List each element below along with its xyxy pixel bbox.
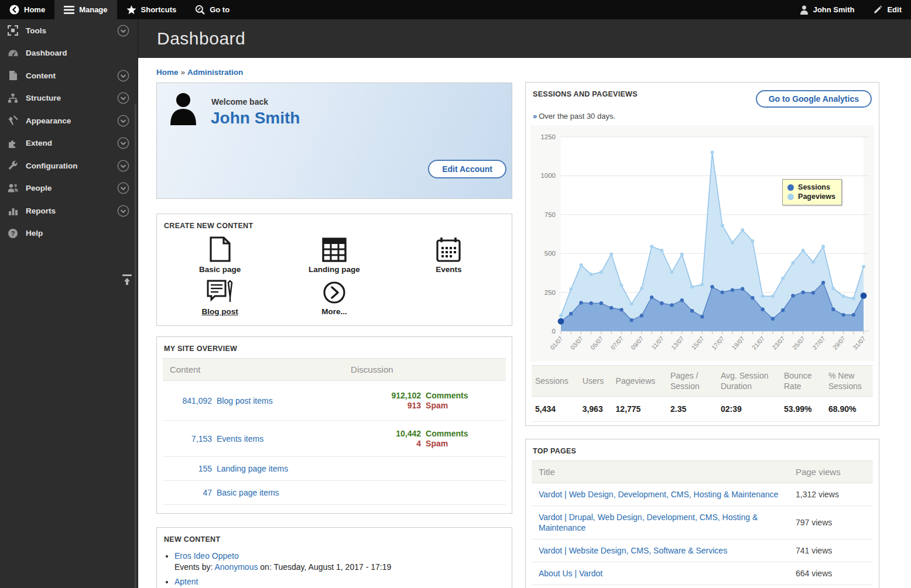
new-content-title-link[interactable]: Aptent bbox=[174, 577, 198, 586]
create-item-label: More... bbox=[321, 307, 347, 316]
content-type-link[interactable]: Blog post items bbox=[217, 396, 273, 405]
sessions-pageviews-panel: SESSIONS AND PAGEVIEWS Go to Google Anal… bbox=[525, 82, 879, 426]
toolbar-shortcuts[interactable]: Shortcuts bbox=[117, 0, 186, 19]
sidebar-item-reports[interactable]: Reports bbox=[0, 200, 138, 222]
chevron-down-icon[interactable] bbox=[117, 182, 129, 194]
sidebar-item-help[interactable]: ? Help bbox=[0, 222, 138, 245]
collapse-tray-icon[interactable] bbox=[121, 273, 133, 287]
hamburger-icon bbox=[64, 6, 74, 14]
breadcrumb-home-link[interactable]: Home bbox=[156, 68, 179, 77]
table-row: 7,153 Events items 10,442Comments 4Spam bbox=[163, 421, 506, 457]
svg-text:01/07: 01/07 bbox=[549, 335, 564, 351]
edit-account-button[interactable]: Edit Account bbox=[428, 160, 506, 178]
breadcrumb-separator: » bbox=[179, 68, 188, 77]
page-title: Dashboard bbox=[157, 29, 245, 49]
sidebar-item-label: Appearance bbox=[26, 116, 117, 125]
table-header-row: Content Discussion bbox=[163, 358, 506, 381]
stats-header: Pageviews bbox=[612, 366, 667, 397]
comments-link[interactable]: Comments bbox=[426, 391, 468, 400]
svg-text:0: 0 bbox=[552, 328, 556, 335]
toolbar-user[interactable]: John Smith bbox=[790, 0, 864, 19]
svg-text:21/07: 21/07 bbox=[751, 335, 766, 351]
page-title-link[interactable]: About Us | Vardot bbox=[539, 569, 602, 578]
spam-link[interactable]: Spam bbox=[426, 401, 448, 410]
sidebar-item-people[interactable]: People bbox=[0, 177, 138, 200]
spam-count: 4 bbox=[351, 439, 421, 448]
toolbar-home-label: Home bbox=[24, 5, 45, 14]
sidebar-item-label: Extend bbox=[26, 139, 117, 147]
sidebar-item-extend[interactable]: Extend bbox=[0, 132, 138, 155]
author-link[interactable]: Anonymous bbox=[215, 562, 258, 572]
toolbar-spacer bbox=[239, 0, 790, 19]
new-content-title-link[interactable]: Eros Ideo Oppeto bbox=[174, 551, 239, 561]
toolbar-edit[interactable]: Edit bbox=[864, 0, 911, 19]
go-to-google-analytics-button[interactable]: Go to Google Analytics bbox=[756, 90, 872, 108]
sidebar-item-configuration[interactable]: Configuration bbox=[0, 154, 138, 177]
svg-text:1250: 1250 bbox=[540, 133, 556, 140]
content-count-link[interactable]: 155 bbox=[170, 464, 212, 473]
stats-values-row: 5,434 3,963 12,775 2.35 02:39 53.99% 68.… bbox=[532, 397, 873, 422]
svg-text:13/07: 13/07 bbox=[670, 335, 686, 351]
toolbar-goto[interactable]: Go to bbox=[186, 0, 239, 19]
chevron-down-icon[interactable] bbox=[117, 160, 129, 172]
page-title-link[interactable]: Vardot | Web Design, Development, CMS, H… bbox=[539, 490, 778, 499]
content-count-link[interactable]: 47 bbox=[170, 488, 212, 497]
create-events[interactable]: Events bbox=[392, 235, 506, 274]
chevron-down-icon[interactable] bbox=[117, 137, 129, 149]
chevron-down-icon[interactable] bbox=[117, 25, 129, 37]
sidebar-item-appearance[interactable]: Appearance bbox=[0, 109, 138, 132]
dashboard-gauge-icon bbox=[7, 47, 19, 59]
create-blog-post[interactable]: Blog post bbox=[163, 277, 277, 316]
chevron-down-icon[interactable] bbox=[117, 205, 129, 217]
chevron-down-icon[interactable] bbox=[117, 70, 129, 82]
sidebar-item-structure[interactable]: Structure bbox=[0, 87, 138, 110]
stats-header: % New Sessions bbox=[825, 366, 873, 397]
sidebar-item-content[interactable]: Content bbox=[0, 64, 138, 87]
sessions-pageviews-chart[interactable]: 02505007501000125001/0703/0705/0707/0709… bbox=[532, 128, 873, 362]
welcome-greeting: Welcome back bbox=[211, 97, 268, 106]
stat-value: 2.35 bbox=[667, 397, 717, 422]
breadcrumb-administration-link[interactable]: Administration bbox=[187, 68, 243, 77]
chart-area: 02505007501000125001/0703/0705/0707/0709… bbox=[530, 125, 874, 362]
table-row: 155 Landing page items bbox=[163, 457, 506, 481]
table-row: Vardot | Website Design, CMS, Software &… bbox=[532, 539, 873, 562]
stat-value: 5,434 bbox=[532, 397, 579, 422]
panel-title: NEW CONTENT bbox=[157, 528, 512, 549]
sidebar-item-tools[interactable]: Tools bbox=[0, 19, 138, 42]
subtitle-text: Over the past 30 days. bbox=[539, 112, 615, 121]
create-landing-page[interactable]: Landing page bbox=[277, 235, 391, 274]
table-row: About Us | Vardot 664 views bbox=[532, 562, 873, 585]
content-count-link[interactable]: 7,153 bbox=[170, 434, 212, 443]
create-more[interactable]: More... bbox=[277, 277, 391, 316]
landing-page-icon bbox=[322, 235, 347, 262]
sessions-legend-dot bbox=[787, 184, 794, 191]
toolbar-manage[interactable]: Manage bbox=[54, 0, 117, 19]
chevron-down-icon[interactable] bbox=[117, 115, 129, 127]
content-type-link[interactable]: Basic page items bbox=[217, 488, 279, 497]
bar-chart-icon bbox=[7, 205, 19, 216]
svg-text:29/07: 29/07 bbox=[831, 335, 847, 351]
content-type-link[interactable]: Landing page items bbox=[217, 464, 288, 473]
toolbar-user-label: John Smith bbox=[813, 5, 855, 14]
page-title-link[interactable]: Vardot | Website Design, CMS, Software &… bbox=[539, 546, 727, 555]
comments-link[interactable]: Comments bbox=[426, 429, 468, 438]
stats-header: Bounce Rate bbox=[780, 366, 825, 397]
sidebar-item-label: Configuration bbox=[26, 161, 117, 170]
column-header-pageviews: Page views bbox=[796, 467, 866, 477]
create-item-label: Events bbox=[436, 265, 461, 274]
create-basic-page[interactable]: Basic page bbox=[163, 235, 277, 274]
avatar-icon bbox=[167, 91, 200, 125]
column-header-content: Content bbox=[170, 365, 351, 374]
meta-middle: on: bbox=[260, 562, 271, 572]
analytics-stats-table: Sessions Users Pageviews Pages / Session… bbox=[532, 365, 873, 422]
toolbar-home[interactable]: Home bbox=[0, 0, 54, 19]
chevron-down-icon[interactable] bbox=[117, 92, 129, 104]
sidebar-item-dashboard[interactable]: Dashboard bbox=[0, 42, 138, 65]
table-row: Vardot | Drupal, Web Design, Development… bbox=[532, 506, 873, 539]
spam-link[interactable]: Spam bbox=[426, 439, 448, 448]
content-count-link[interactable]: 841,092 bbox=[170, 396, 212, 405]
content-type-link[interactable]: Events items bbox=[217, 434, 263, 443]
svg-text:25/07: 25/07 bbox=[791, 335, 807, 351]
page-title-link[interactable]: Vardot | Drupal, Web Design, Development… bbox=[539, 513, 758, 532]
stat-value: 68.90% bbox=[825, 397, 873, 422]
